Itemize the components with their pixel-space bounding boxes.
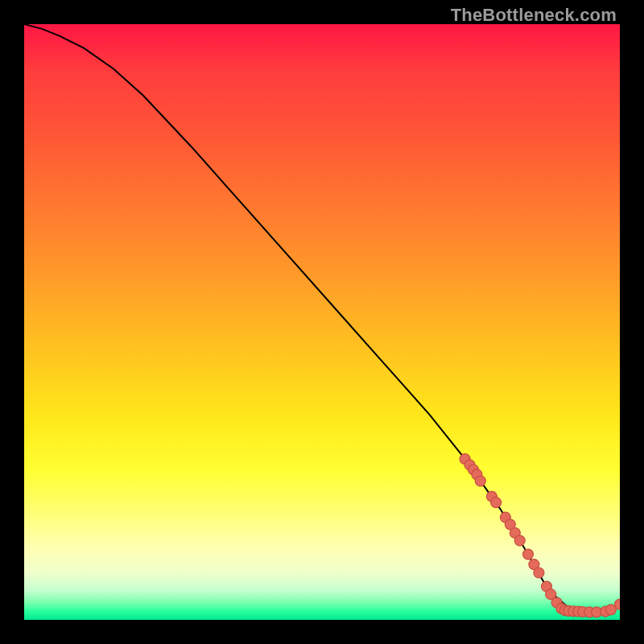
data-point	[514, 535, 525, 546]
data-point	[475, 476, 485, 486]
plot-area	[24, 24, 620, 620]
data-point	[491, 497, 502, 508]
data-point	[523, 549, 534, 559]
attribution-text: TheBottleneck.com	[451, 5, 617, 26]
data-points-group	[460, 454, 620, 617]
bottleneck-curve	[24, 24, 620, 612]
chart-svg	[24, 24, 620, 620]
chart-frame: TheBottleneck.com	[0, 0, 644, 644]
data-point	[534, 568, 544, 578]
